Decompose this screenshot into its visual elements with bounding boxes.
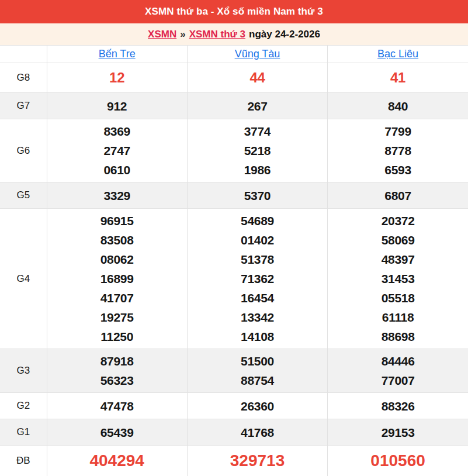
corner-cell <box>0 46 47 63</box>
result-cell: 41 <box>328 63 468 93</box>
result-cell: 8791856323 <box>47 349 187 393</box>
result-number: 41768 <box>188 423 327 442</box>
result-cell: 377452181986 <box>187 119 327 182</box>
result-cell: 404294 <box>47 446 187 476</box>
result-number: 51500 <box>188 351 327 371</box>
breadcrumb-date: ngày 24-2-2026 <box>249 29 320 40</box>
prize-row-g3: G3879185632351500887548444677007 <box>0 349 468 393</box>
result-number: 41 <box>328 65 468 90</box>
column-header-vung-tau: Vũng Tàu <box>187 46 327 63</box>
result-number: 267 <box>188 96 327 116</box>
result-number: 20372 <box>328 211 468 230</box>
result-cell: 267 <box>187 93 327 119</box>
breadcrumb-link-xsmn[interactable]: XSMN <box>148 29 176 40</box>
prize-label-g1: G1 <box>0 419 47 446</box>
result-cell: 779987786593 <box>328 119 468 182</box>
results-table: Bến Tre Vũng Tàu Bạc Liêu G8124441G79122… <box>0 45 468 476</box>
result-cell: 329713 <box>187 446 327 476</box>
prize-row-g7: G7912267840 <box>0 93 468 119</box>
result-number: 77007 <box>328 371 468 390</box>
prize-label-g5: G5 <box>0 182 47 209</box>
column-header-bac-lieu: Bạc Liêu <box>328 46 468 63</box>
result-cell: 96915835080806216899417071927511250 <box>47 209 187 349</box>
result-number: 47478 <box>47 396 187 416</box>
result-number: 88754 <box>188 371 327 390</box>
result-number: 51378 <box>188 250 327 269</box>
column-header-row: Bến Tre Vũng Tàu Bạc Liêu <box>0 46 468 63</box>
result-number: 16454 <box>188 288 327 308</box>
prize-row-g8: G8124441 <box>0 63 468 93</box>
result-number: 65439 <box>47 423 187 442</box>
result-number: 61118 <box>328 308 468 327</box>
result-cell: 41768 <box>187 419 327 446</box>
result-number: 54689 <box>188 211 327 230</box>
prize-label-g3: G3 <box>0 349 47 393</box>
result-number: 5370 <box>188 186 327 205</box>
result-number: 96915 <box>47 211 187 230</box>
result-number: 8369 <box>47 122 187 141</box>
prize-row-g4: G496915835080806216899417071927511250546… <box>0 209 468 349</box>
prize-row-g1: G1654394176829153 <box>0 419 468 446</box>
result-cell: 20372580694839731453055186111888698 <box>328 209 468 349</box>
result-number: 912 <box>47 96 187 116</box>
result-cell: 3329 <box>47 182 187 209</box>
result-number: 14108 <box>188 327 327 346</box>
result-number: 88698 <box>328 327 468 346</box>
result-number: 71362 <box>188 269 327 288</box>
breadcrumb-link-xsmn-thu-3[interactable]: XSMN thứ 3 <box>189 29 245 40</box>
prize-row-g5: G5332953706807 <box>0 182 468 209</box>
prize-label-g2: G2 <box>0 393 47 419</box>
province-link-vung-tau[interactable]: Vũng Tàu <box>235 48 280 60</box>
result-cell: 6807 <box>328 182 468 209</box>
result-cell: 54689014025137871362164541334214108 <box>187 209 327 349</box>
result-number: 329713 <box>188 448 327 474</box>
result-number: 8778 <box>328 141 468 160</box>
prize-row-g6: G6836927470610377452181986779987786593 <box>0 119 468 182</box>
result-number: 404294 <box>47 448 187 474</box>
result-number: 1986 <box>188 160 327 180</box>
result-number: 3329 <box>47 186 187 205</box>
page-title: XSMN thứ ba - Xổ số miền Nam thứ 3 <box>145 6 323 18</box>
result-number: 56323 <box>47 371 187 390</box>
result-number: 19275 <box>47 308 187 327</box>
result-number: 31453 <box>328 269 468 288</box>
result-number: 6593 <box>328 160 468 180</box>
result-cell: 29153 <box>328 419 468 446</box>
result-number: 7799 <box>328 122 468 141</box>
result-number: 6807 <box>328 186 468 205</box>
result-cell: 26360 <box>187 393 327 419</box>
result-cell: 88326 <box>328 393 468 419</box>
province-link-bac-lieu[interactable]: Bạc Liêu <box>377 48 418 60</box>
result-cell: 8444677007 <box>328 349 468 393</box>
breadcrumb: XSMN » XSMN thứ 3 ngày 24-2-2026 <box>0 23 468 45</box>
result-number: 12 <box>47 65 187 90</box>
result-number: 88326 <box>328 396 468 416</box>
result-cell: 47478 <box>47 393 187 419</box>
result-cell: 836927470610 <box>47 119 187 182</box>
result-number: 58069 <box>328 230 468 250</box>
result-cell: 44 <box>187 63 327 93</box>
result-cell: 5150088754 <box>187 349 327 393</box>
prize-row-g2: G2474782636088326 <box>0 393 468 419</box>
result-cell: 010560 <box>328 446 468 476</box>
result-cell: 12 <box>47 63 187 93</box>
result-number: 11250 <box>47 327 187 346</box>
result-cell: 65439 <box>47 419 187 446</box>
result-number: 48397 <box>328 250 468 269</box>
result-number: 83508 <box>47 230 187 250</box>
result-cell: 5370 <box>187 182 327 209</box>
prize-label-g8: G8 <box>0 63 47 93</box>
province-link-ben-tre[interactable]: Bến Tre <box>99 48 136 60</box>
result-number: 05518 <box>328 288 468 308</box>
breadcrumb-separator: » <box>180 29 185 40</box>
prize-label-db: ĐB <box>0 446 47 476</box>
result-number: 010560 <box>328 448 468 474</box>
result-number: 08062 <box>47 250 187 269</box>
result-number: 840 <box>328 96 468 116</box>
prize-row-db: ĐB404294329713010560 <box>0 446 468 476</box>
result-number: 3774 <box>188 122 327 141</box>
result-number: 2747 <box>47 141 187 160</box>
result-number: 16899 <box>47 269 187 288</box>
result-number: 26360 <box>188 396 327 416</box>
result-cell: 912 <box>47 93 187 119</box>
